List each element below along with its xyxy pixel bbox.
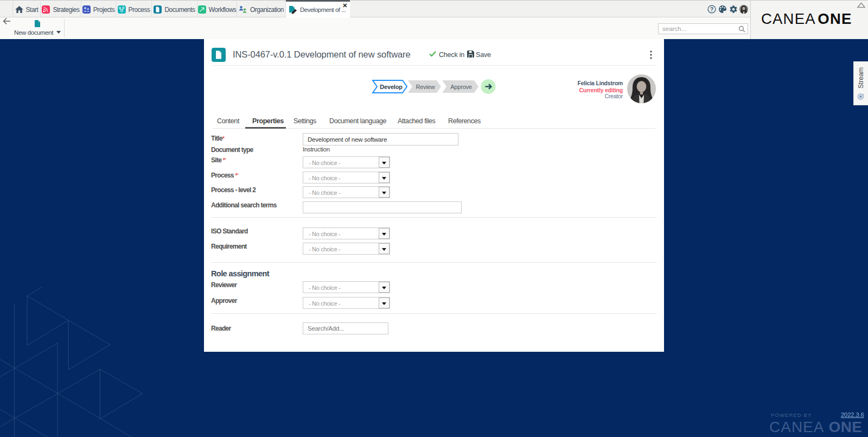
svg-text:Approve: Approve xyxy=(450,84,472,90)
svg-text:Review: Review xyxy=(416,84,435,90)
svg-text:?: ? xyxy=(710,7,713,12)
svg-text:Develop: Develop xyxy=(380,84,403,90)
